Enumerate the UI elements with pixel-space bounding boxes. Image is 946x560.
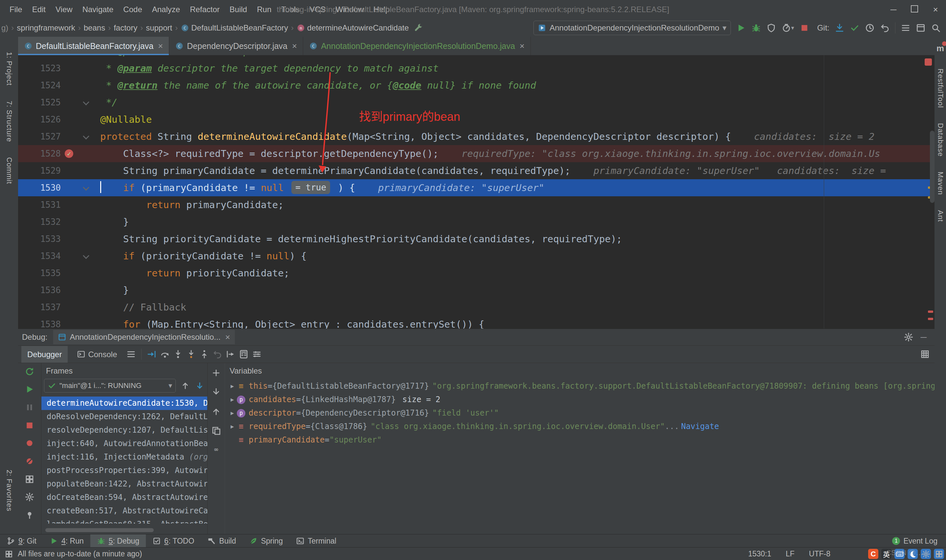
- stack-frame[interactable]: inject:640, AutowiredAnnotationBeanPost: [42, 437, 207, 450]
- add-watch-button[interactable]: [211, 368, 221, 378]
- debug-viewtab-console[interactable]: Console: [71, 346, 123, 363]
- editor-tab[interactable]: CAnnotationDependencyInjectionResolution…: [303, 37, 531, 55]
- move-watch-up-button[interactable]: [211, 406, 221, 416]
- inspection-error-widget[interactable]: [924, 58, 932, 66]
- stack-frame[interactable]: doCreateBean:594, AbstractAutowireCapa: [42, 491, 207, 504]
- variable-row[interactable]: ▶≡this = {DefaultListableBeanFactory@171…: [225, 380, 935, 393]
- toolstrip-favorites[interactable]: 2: Favorites: [5, 470, 14, 511]
- expander-icon[interactable]: ▶: [228, 380, 237, 393]
- close-button[interactable]: ×: [925, 0, 946, 19]
- code-line-1534[interactable]: 1534 if (priorityCandidate != null) {: [18, 248, 935, 265]
- run-to-cursor-button[interactable]: [226, 349, 236, 360]
- toolstrip-database[interactable]: Database: [936, 123, 945, 157]
- code-line-1524[interactable]: 1524 * @return the name of the autowire …: [18, 77, 935, 94]
- close-icon[interactable]: ×: [225, 332, 230, 342]
- gutter[interactable]: 1529: [18, 162, 97, 179]
- menu-refactor[interactable]: Refactor: [185, 0, 225, 19]
- event-log-button[interactable]: 1 Event Log: [892, 537, 946, 546]
- caret-position[interactable]: 1530:1: [748, 549, 771, 558]
- code-line-1527[interactable]: 1527protected String determineAutowireCa…: [18, 128, 935, 145]
- gutter[interactable]: 1526: [18, 111, 97, 128]
- stack-frame[interactable]: determineAutowireCandidate:1530, Defau: [42, 397, 207, 410]
- rerun-button[interactable]: [25, 366, 34, 377]
- gutter[interactable]: 1535: [18, 265, 97, 282]
- menu-code[interactable]: Code: [118, 0, 147, 19]
- stack-frame[interactable]: resolveDependency:1207, DefaultListable: [42, 423, 207, 437]
- code-line-1535[interactable]: 1535 return priorityCandidate;: [18, 265, 935, 282]
- mute-breakpoints-button[interactable]: [25, 456, 34, 466]
- toolstrip-commit[interactable]: Commit: [5, 157, 14, 184]
- toolstrip-structure[interactable]: 7: Structure: [5, 101, 14, 142]
- fold-icon[interactable]: [83, 252, 89, 259]
- code-line-1532[interactable]: 1532 }: [18, 213, 935, 231]
- stack-frame[interactable]: postProcessProperties:399, AutowiredAnn: [42, 464, 207, 477]
- git-commit-button[interactable]: [850, 23, 860, 33]
- restore-layout-button[interactable]: [920, 349, 930, 360]
- profiler-button[interactable]: ▾: [781, 23, 794, 33]
- csdn-logo[interactable]: C: [868, 549, 878, 559]
- gutter[interactable]: 1523: [18, 60, 97, 77]
- toolwindow-button-spring[interactable]: Spring: [242, 534, 289, 548]
- toolstrip-ant[interactable]: Ant: [936, 210, 945, 222]
- git-update-button[interactable]: [835, 23, 844, 33]
- ime-layout-button[interactable]: [934, 549, 944, 559]
- code-line-1525[interactable]: 1525 */: [18, 94, 935, 111]
- debug-viewtab-debugger[interactable]: Debugger: [22, 346, 68, 363]
- gutter[interactable]: 1532: [18, 213, 97, 231]
- step-out-button[interactable]: [199, 349, 209, 360]
- toolstrip-project[interactable]: 1: Project: [5, 52, 14, 86]
- resume-button[interactable]: [25, 385, 34, 395]
- toolwindow-button-build[interactable]: Build: [201, 534, 242, 548]
- stack-frame[interactable]: createBean:517, AbstractAutowireCapabl: [42, 504, 207, 518]
- drop-frame-button[interactable]: [213, 349, 222, 360]
- force-step-into-button[interactable]: [186, 349, 196, 360]
- show-execution-point-button[interactable]: [147, 349, 157, 360]
- gutter[interactable]: 1528✓: [18, 145, 97, 162]
- move-watch-down-button[interactable]: [211, 387, 221, 397]
- thread-selector[interactable]: "main"@1 i...": RUNNING ▾: [44, 379, 176, 392]
- gutter[interactable]: 1527: [18, 128, 97, 145]
- frames-horizontal-scrollbar[interactable]: [45, 528, 154, 532]
- editor-scrollbar[interactable]: [930, 131, 935, 203]
- gutter[interactable]: 1537: [18, 299, 97, 316]
- maximize-button[interactable]: [904, 0, 925, 19]
- toolstrip-restfultool[interactable]: RestfulTool: [936, 69, 945, 108]
- git-history-button[interactable]: [865, 23, 875, 33]
- fold-icon[interactable]: [83, 184, 89, 191]
- variable-row[interactable]: ▶pdescriptor = {DependencyDescriptor@171…: [225, 406, 935, 420]
- ime-language-indicator[interactable]: 英: [881, 549, 892, 559]
- fold-icon[interactable]: [83, 99, 89, 105]
- search-everywhere-button[interactable]: [931, 23, 941, 33]
- run-with-coverage-button[interactable]: [766, 23, 776, 33]
- show-return-values-button[interactable]: ∞: [211, 445, 221, 455]
- menu-file[interactable]: File: [5, 0, 27, 19]
- toolwindow-button-todo[interactable]: 6: TODO: [146, 534, 201, 548]
- settings-button[interactable]: [25, 492, 34, 502]
- ime-moon-button[interactable]: [907, 549, 918, 559]
- code-line-1522[interactable]: 1522 * @param candidates a Map of candid…: [18, 55, 935, 60]
- code-line-1537[interactable]: 1537 // Fallback: [18, 299, 935, 316]
- breakpoint-icon[interactable]: ✓: [65, 149, 73, 158]
- evaluate-expression-button[interactable]: [239, 349, 249, 360]
- menu-edit[interactable]: Edit: [27, 0, 51, 19]
- ime-keyboard-button[interactable]: [894, 549, 904, 559]
- wrench-icon[interactable]: [414, 23, 424, 33]
- stack-frame[interactable]: doResolveDependency:1262, DefaultLista: [42, 410, 207, 423]
- close-icon[interactable]: ×: [158, 41, 163, 51]
- breadcrumb-item[interactable]: mdetermineAutowireCandidate: [297, 23, 409, 32]
- code-line-1538[interactable]: 1538 for (Map.Entry<String, Object> entr…: [18, 316, 935, 329]
- breadcrumb-item[interactable]: CDefaultListableBeanFactory: [181, 23, 288, 32]
- expander-icon[interactable]: ▶: [228, 406, 237, 420]
- editor-tab[interactable]: CDependencyDescriptor.java×: [169, 37, 303, 55]
- breadcrumb-item[interactable]: springframework: [17, 23, 75, 32]
- step-over-button[interactable]: [160, 349, 170, 360]
- gutter[interactable]: 1524: [18, 77, 97, 94]
- gutter[interactable]: 1534: [18, 248, 97, 265]
- error-stripe-mark[interactable]: [928, 318, 933, 320]
- gutter[interactable]: 1525: [18, 94, 97, 111]
- error-stripe-mark[interactable]: [928, 311, 933, 313]
- gutter[interactable]: 1538: [18, 316, 97, 329]
- expander-icon[interactable]: ▶: [228, 420, 237, 433]
- gutter[interactable]: 1533: [18, 231, 97, 248]
- duplicate-watch-button[interactable]: [211, 425, 221, 435]
